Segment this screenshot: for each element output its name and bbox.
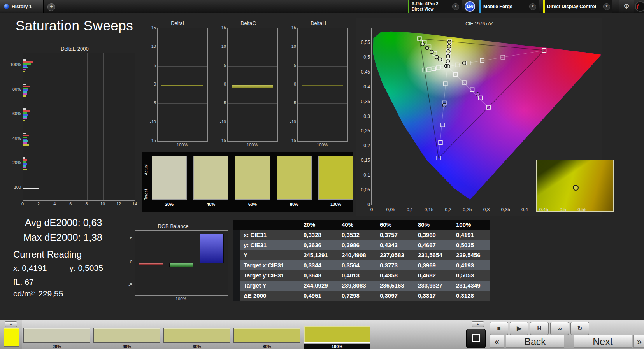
gridline — [119, 53, 119, 200]
transport-pause-button[interactable]: H — [530, 322, 549, 335]
table-cell: 0,3648 — [300, 270, 338, 281]
expand-up-button[interactable]: ▲ — [5, 321, 17, 327]
table-row-label: Target Y — [240, 281, 300, 291]
axis-tick-label: 0,15 — [423, 207, 436, 212]
sat-button-40%[interactable] — [93, 328, 160, 343]
sat-button-80%[interactable] — [233, 328, 300, 343]
deltac-plot — [227, 28, 278, 142]
de-bar — [23, 165, 26, 167]
de-bar — [23, 144, 29, 146]
sat-button-20%[interactable] — [23, 328, 90, 343]
axis-tick-label: -15 — [289, 138, 296, 143]
axis-tick-label: -10 — [289, 119, 296, 124]
axis-tick-label: 10 — [219, 44, 226, 49]
axis-tick-label: 0,55 — [576, 207, 589, 212]
de-bar — [23, 110, 30, 112]
gridline — [298, 66, 347, 67]
meter-dropdown[interactable]: X-Rite i1Pro 2 Direct View ▾ — [408, 0, 462, 13]
chevron-down-icon[interactable]: ▾ — [452, 3, 459, 10]
cie-measurements-overlay — [372, 28, 601, 205]
target-label: Target — [144, 182, 148, 207]
gridline — [158, 103, 207, 104]
de-bar — [23, 65, 27, 67]
table-cell: 0,4191 — [452, 230, 490, 240]
axis-label: 100% — [157, 142, 207, 147]
back-button[interactable]: Back — [506, 335, 564, 348]
saturation-swatch — [152, 156, 187, 200]
transport-play-button[interactable]: ▶ — [510, 322, 528, 335]
de-bar — [23, 63, 31, 65]
rgb-bar-red — [139, 263, 163, 265]
axis-tick-label: 0,4 — [356, 84, 370, 89]
table-row: Y245,1291240,4908237,0583231,5654229,545… — [233, 250, 490, 260]
table-row-label: y: CIE31 — [240, 240, 300, 250]
stop-button[interactable] — [466, 329, 486, 348]
axis-tick-label: 15 — [149, 25, 156, 30]
de-bar — [23, 86, 30, 87]
gridline — [228, 47, 277, 47]
table-cell: 0,4358 — [376, 270, 414, 281]
prev-chevron-button[interactable]: « — [490, 335, 504, 348]
table-cell: 0,4951 — [300, 291, 338, 301]
top-bar: History 1 + X-Rite i1Pro 2 Direct View ▾… — [0, 0, 644, 13]
de-bar — [23, 67, 28, 68]
app-logo-icon[interactable] — [635, 1, 644, 12]
sat-button-label: 80% — [233, 344, 300, 349]
axis-tick-label: 10 — [99, 202, 107, 206]
cie-diagram-panel: CIE 1976 u'v' — [356, 18, 602, 216]
table-header-cell: 60% — [376, 220, 414, 230]
axis-tick-label: 0,45 — [356, 69, 370, 75]
rgb-bar-green — [169, 263, 193, 267]
axis-tick-label: 0,05 — [356, 187, 370, 193]
de-bar — [23, 71, 25, 72]
axis-tick-label: -5 — [219, 100, 226, 105]
add-tab-button[interactable]: + — [47, 3, 55, 11]
deltal-plot — [157, 28, 208, 142]
transport-continuous-button[interactable]: ∞ — [550, 322, 569, 335]
transport-stop-button[interactable]: ■ — [490, 322, 508, 335]
de-bar — [23, 114, 28, 116]
sat-button-60%[interactable] — [163, 328, 230, 343]
axis-tick-label: 0 — [356, 202, 370, 207]
axis-tick-label: 0,2 — [356, 143, 370, 148]
de-bar — [23, 91, 27, 93]
de-bar — [23, 88, 28, 89]
bottom-bar: ▲ ▲ « Back Next » 20%40%60%80%100%■▶H∞↻ — [0, 320, 644, 349]
history-tab[interactable]: History 1 — [0, 0, 44, 13]
table-cell: 0,3328 — [300, 230, 338, 240]
axis-tick-label: 10 — [289, 44, 296, 49]
de-bar — [23, 61, 33, 63]
gear-icon[interactable]: ⚙ — [619, 0, 634, 13]
reading-count-badge[interactable]: 158 — [465, 1, 475, 12]
table-cell: 0,3128 — [452, 291, 490, 301]
chevron-down-icon[interactable]: ▾ — [529, 3, 536, 10]
swatch-label: 20% — [152, 202, 187, 207]
axis-tick-label: -15 — [219, 138, 226, 143]
row-strip — [233, 291, 240, 301]
axis-group-label: 60% — [10, 111, 21, 116]
axis-tick-label: 0 — [289, 82, 296, 86]
expand-up-button[interactable]: ▲ — [472, 321, 484, 327]
chevron-down-icon[interactable]: ▾ — [603, 3, 610, 10]
gridline — [298, 103, 347, 104]
axis-tick-label: 2 — [35, 202, 42, 206]
de-bar — [23, 169, 27, 170]
display-control-dropdown[interactable]: Direct Display Control ▾ — [543, 0, 612, 13]
next-chevron-button[interactable]: » — [633, 335, 644, 348]
axis-tick-label: -5 — [289, 100, 296, 105]
de-bar — [23, 188, 39, 189]
axis-group-label: 100% — [10, 62, 21, 67]
chart-title: CIE 1976 u'v' — [356, 21, 602, 26]
de-bar — [23, 69, 26, 70]
next-button[interactable]: Next — [574, 335, 632, 348]
sat-button-100%[interactable] — [304, 326, 370, 343]
axis-tick-label: 5 — [149, 63, 156, 68]
chart-title: DeltaC — [219, 20, 278, 26]
table-cell: 0,3317 — [414, 291, 452, 301]
source-dropdown[interactable]: Mobile Forge ▾ — [479, 0, 539, 13]
de-bar — [23, 59, 26, 61]
table-cell: 0,3564 — [338, 260, 376, 270]
table-cell: 231,4349 — [452, 281, 490, 291]
row-strip — [233, 260, 240, 270]
transport-refresh-button[interactable]: ↻ — [570, 322, 589, 335]
